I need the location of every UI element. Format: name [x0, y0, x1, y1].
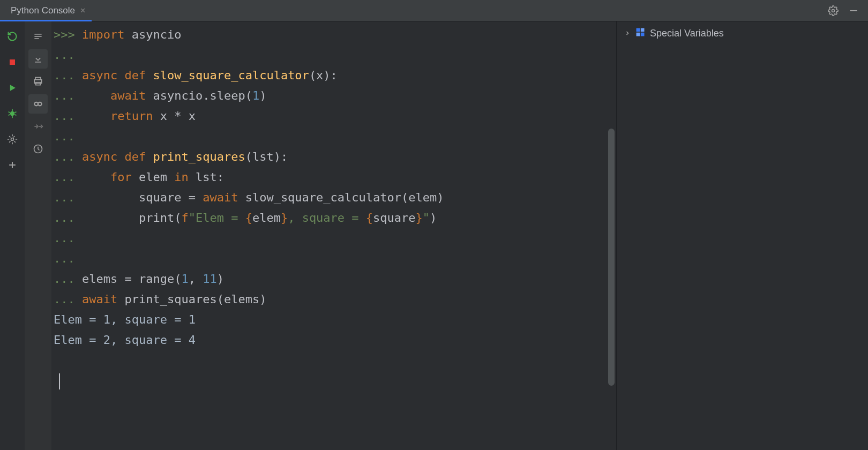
code-line: ... return x * x [54, 106, 616, 126]
scrollbar-thumb[interactable] [608, 129, 615, 386]
svg-rect-20 [36, 82, 40, 85]
caret-line[interactable] [54, 371, 616, 391]
svg-point-4 [10, 111, 14, 116]
code-line: ... for elem in lst: [54, 167, 616, 188]
svg-rect-25 [641, 28, 645, 32]
svg-line-10 [14, 115, 16, 116]
blank-line [54, 350, 616, 371]
variables-grid-icon [635, 27, 646, 40]
code-line: >>> import asyncio [54, 25, 616, 45]
run-icon[interactable] [3, 78, 22, 98]
code-line: ... await asyncio.sleep(1) [54, 86, 616, 106]
toolbar-left-1 [0, 21, 25, 450]
tab-bar: Python Console × [0, 0, 868, 21]
toolbar-left-2 [25, 21, 51, 450]
scroll-to-end-icon[interactable] [28, 49, 48, 69]
minimize-icon[interactable] [848, 5, 859, 17]
output-line: Elem = 1, square = 1 [54, 310, 616, 330]
code-line: ... print(f"Elem = {elem}, square = {squ… [54, 208, 616, 228]
rerun-icon[interactable] [3, 27, 22, 46]
code-line: ... square = await slow_square_calculato… [54, 188, 616, 208]
code-line: ... async def print_squares(lst): [54, 147, 616, 167]
stop-icon[interactable] [3, 52, 22, 72]
console-editor-wrap: >>> import asyncio... ... async def slow… [51, 21, 616, 450]
code-line: ... [54, 228, 616, 249]
svg-marker-3 [10, 85, 16, 91]
history-icon[interactable] [28, 139, 48, 159]
add-icon[interactable] [3, 155, 22, 175]
soft-wrap-icon[interactable] [28, 27, 48, 46]
print-icon[interactable] [28, 72, 48, 91]
special-variables-row[interactable]: Special Variables [624, 27, 860, 40]
tab-title: Python Console [11, 5, 75, 16]
svg-line-9 [9, 115, 10, 116]
chevron-right-icon [624, 29, 631, 38]
code-line: ... [54, 126, 616, 147]
svg-rect-27 [641, 33, 645, 36]
variables-panel: Special Variables [616, 21, 868, 450]
gear-icon[interactable] [827, 5, 839, 17]
tab-python-console[interactable]: Python Console × [0, 0, 92, 21]
console-editor[interactable]: >>> import asyncio... ... async def slow… [51, 21, 616, 450]
svg-rect-2 [10, 59, 15, 65]
special-variables-label: Special Variables [650, 28, 724, 39]
code-line: ... async def slow_square_calculator(x): [54, 65, 616, 86]
svg-rect-26 [637, 33, 640, 36]
main-area: >>> import asyncio... ... async def slow… [0, 21, 868, 450]
inspect-icon[interactable] [28, 94, 48, 114]
code-line: ... [54, 249, 616, 269]
svg-rect-24 [637, 28, 640, 32]
svg-line-7 [9, 112, 10, 113]
svg-point-22 [38, 102, 42, 106]
svg-point-0 [832, 9, 835, 12]
text-caret [59, 373, 60, 389]
debug-icon[interactable] [3, 104, 22, 123]
step-icon[interactable] [28, 117, 48, 136]
close-icon[interactable]: × [80, 6, 85, 16]
svg-point-11 [11, 138, 14, 141]
code-line: ... elems = range(1, 11) [54, 269, 616, 289]
svg-line-8 [14, 112, 16, 113]
settings-icon[interactable] [3, 130, 22, 149]
code-line: ... [54, 45, 616, 65]
output-line: Elem = 2, square = 4 [54, 330, 616, 350]
code-line: ... await print_squares(elems) [54, 289, 616, 310]
